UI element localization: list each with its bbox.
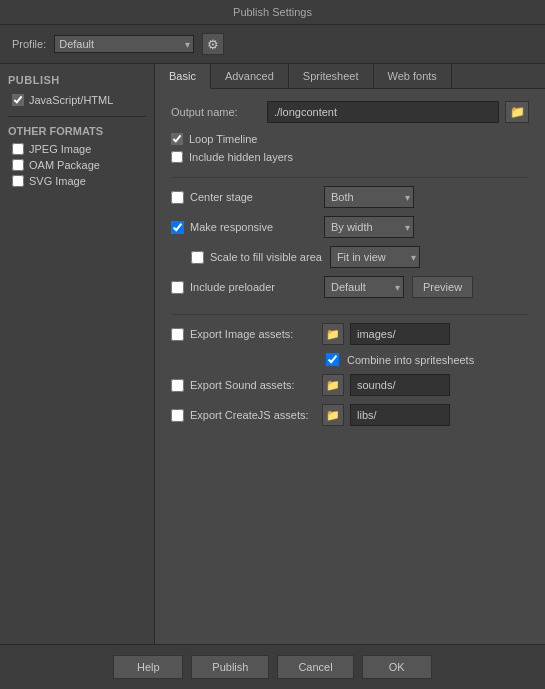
export-sound-assets-row: Export Sound assets: 📁 bbox=[171, 374, 529, 396]
make-responsive-select[interactable]: By width By height Both bbox=[324, 216, 414, 238]
center-stage-checkbox[interactable] bbox=[171, 191, 184, 204]
createjs-assets-folder-button[interactable]: 📁 bbox=[322, 404, 344, 426]
other-formats-title: OTHER FORMATS bbox=[8, 125, 146, 137]
image-assets-folder-button[interactable]: 📁 bbox=[322, 323, 344, 345]
sidebar-item-js-html[interactable]: JavaScript/HTML bbox=[8, 92, 146, 108]
output-folder-button[interactable]: 📁 bbox=[505, 101, 529, 123]
combine-spritesheets-label: Combine into spritesheets bbox=[347, 354, 474, 366]
scale-to-fill-select[interactable]: Fit in view Fill bbox=[330, 246, 420, 268]
sidebar-divider bbox=[8, 116, 146, 117]
export-image-assets-label: Export Image assets: bbox=[190, 328, 293, 340]
image-assets-input[interactable] bbox=[350, 323, 450, 345]
sidebar-item-label: JavaScript/HTML bbox=[29, 94, 113, 106]
export-sound-assets-checkbox[interactable] bbox=[171, 379, 184, 392]
output-name-label: Output name: bbox=[171, 106, 261, 118]
export-createjs-assets-row: Export CreateJS assets: 📁 bbox=[171, 404, 529, 426]
tab-webfonts[interactable]: Web fonts bbox=[374, 64, 452, 88]
include-preloader-checkbox[interactable] bbox=[171, 281, 184, 294]
folder-icon: 📁 bbox=[510, 105, 525, 119]
sidebar-item-svg[interactable]: SVG Image bbox=[8, 173, 146, 189]
js-html-checkbox[interactable] bbox=[12, 94, 24, 106]
sidebar-item-svg-label: SVG Image bbox=[29, 175, 86, 187]
include-hidden-layers-checkbox[interactable] bbox=[171, 151, 183, 163]
separator-1 bbox=[171, 177, 529, 178]
sidebar-item-oam[interactable]: OAM Package bbox=[8, 157, 146, 173]
center-stage-select-wrap[interactable]: Both Horizontal Vertical None bbox=[324, 186, 414, 208]
preview-button[interactable]: Preview bbox=[412, 276, 473, 298]
createjs-assets-input[interactable] bbox=[350, 404, 450, 426]
sound-assets-input[interactable] bbox=[350, 374, 450, 396]
include-preloader-label: Include preloader bbox=[190, 281, 275, 293]
title-bar: Publish Settings bbox=[0, 0, 545, 25]
tab-advanced[interactable]: Advanced bbox=[211, 64, 289, 88]
form-area: Output name: 📁 Loop Timeline Include hid… bbox=[155, 89, 545, 446]
make-responsive-label: Make responsive bbox=[190, 221, 273, 233]
export-image-assets-checkbox[interactable] bbox=[171, 328, 184, 341]
scale-to-fill-select-wrap[interactable]: Fit in view Fill bbox=[330, 246, 420, 268]
include-hidden-layers-label: Include hidden layers bbox=[189, 151, 293, 163]
sidebar: PUBLISH JavaScript/HTML OTHER FORMATS JP… bbox=[0, 64, 155, 644]
make-responsive-checkbox[interactable] bbox=[171, 221, 184, 234]
scale-to-fill-label: Scale to fill visible area bbox=[210, 251, 322, 263]
center-stage-label: Center stage bbox=[190, 191, 253, 203]
export-image-assets-row: Export Image assets: 📁 bbox=[171, 323, 529, 345]
oam-checkbox[interactable] bbox=[12, 159, 24, 171]
createjs-folder-icon: 📁 bbox=[326, 409, 340, 422]
center-stage-row: Center stage Both Horizontal Vertical No… bbox=[171, 186, 529, 208]
sound-assets-folder-button[interactable]: 📁 bbox=[322, 374, 344, 396]
scale-to-fill-row: Scale to fill visible area Fit in view F… bbox=[171, 246, 529, 268]
publish-button[interactable]: Publish bbox=[191, 655, 269, 679]
scale-to-fill-checkbox[interactable] bbox=[191, 251, 204, 264]
main-layout: PUBLISH JavaScript/HTML OTHER FORMATS JP… bbox=[0, 64, 545, 644]
sound-folder-icon: 📁 bbox=[326, 379, 340, 392]
output-name-input[interactable] bbox=[267, 101, 499, 123]
export-sound-assets-label: Export Sound assets: bbox=[190, 379, 295, 391]
center-stage-select[interactable]: Both Horizontal Vertical None bbox=[324, 186, 414, 208]
svg-checkbox[interactable] bbox=[12, 175, 24, 187]
profile-label: Profile: bbox=[12, 38, 46, 50]
loop-timeline-label: Loop Timeline bbox=[189, 133, 258, 145]
combine-spritesheets-checkbox[interactable] bbox=[326, 353, 339, 366]
make-responsive-select-wrap[interactable]: By width By height Both bbox=[324, 216, 414, 238]
profile-select-wrap[interactable]: Default bbox=[54, 35, 194, 53]
preloader-select[interactable]: Default Custom None bbox=[324, 276, 404, 298]
include-hidden-layers-row: Include hidden layers bbox=[171, 151, 529, 163]
profile-row: Profile: Default ⚙ bbox=[0, 25, 545, 64]
preloader-select-wrap[interactable]: Default Custom None bbox=[324, 276, 404, 298]
separator-2 bbox=[171, 314, 529, 315]
loop-timeline-row: Loop Timeline bbox=[171, 133, 529, 145]
combine-spritesheets-row: Combine into spritesheets bbox=[171, 353, 529, 366]
tab-spritesheet[interactable]: Spritesheet bbox=[289, 64, 374, 88]
gear-icon: ⚙ bbox=[207, 37, 219, 52]
loop-timeline-checkbox[interactable] bbox=[171, 133, 183, 145]
gear-button[interactable]: ⚙ bbox=[202, 33, 224, 55]
bottom-bar: Help Publish Cancel OK bbox=[0, 644, 545, 689]
publish-section-title: PUBLISH bbox=[8, 74, 146, 86]
sidebar-item-oam-label: OAM Package bbox=[29, 159, 100, 171]
include-preloader-row: Include preloader Default Custom None Pr… bbox=[171, 276, 529, 298]
make-responsive-row: Make responsive By width By height Both bbox=[171, 216, 529, 238]
ok-button[interactable]: OK bbox=[362, 655, 432, 679]
jpeg-checkbox[interactable] bbox=[12, 143, 24, 155]
tab-basic[interactable]: Basic bbox=[155, 64, 211, 89]
cancel-button[interactable]: Cancel bbox=[277, 655, 353, 679]
image-folder-icon: 📁 bbox=[326, 328, 340, 341]
tabs-bar: Basic Advanced Spritesheet Web fonts bbox=[155, 64, 545, 89]
window-title: Publish Settings bbox=[233, 6, 312, 18]
sidebar-item-jpeg[interactable]: JPEG Image bbox=[8, 141, 146, 157]
output-name-row: Output name: 📁 bbox=[171, 101, 529, 123]
export-createjs-assets-label: Export CreateJS assets: bbox=[190, 409, 309, 421]
profile-select[interactable]: Default bbox=[54, 35, 194, 53]
content-panel: Basic Advanced Spritesheet Web fonts Out… bbox=[155, 64, 545, 644]
export-createjs-assets-checkbox[interactable] bbox=[171, 409, 184, 422]
sidebar-item-jpeg-label: JPEG Image bbox=[29, 143, 91, 155]
help-button[interactable]: Help bbox=[113, 655, 183, 679]
